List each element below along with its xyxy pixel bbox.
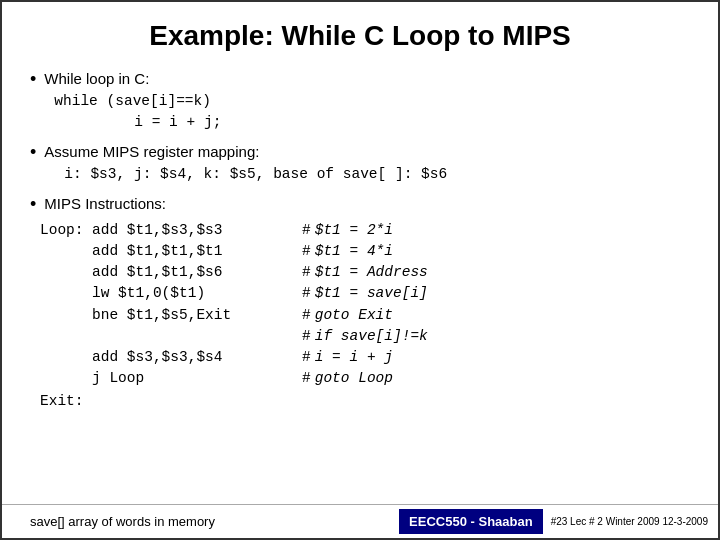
bullet-1: • While loop in C: while (save[i]==k) i … xyxy=(30,68,690,133)
mips-row-7: add $s3,$s3,$s4 # i = i + j xyxy=(40,347,690,368)
mips-comment-2: $t1 = 4*i xyxy=(315,241,393,262)
mips-label-loop: Loop: xyxy=(40,220,92,241)
bullet-2: • Assume MIPS register mapping: i: $s3, … xyxy=(30,141,690,185)
register-mapping: i: $s3, j: $s4, k: $s5, base of save[ ]:… xyxy=(64,164,447,185)
bullet-dot-1: • xyxy=(30,68,36,91)
while-line-1: while (save[i]==k) xyxy=(54,91,221,112)
bullet-3-label: MIPS Instructions: xyxy=(44,195,166,212)
mips-hash-4: # xyxy=(302,283,311,304)
mips-instr-7: add $s3,$s3,$s4 xyxy=(92,347,302,368)
footer-left-text: save[] array of words in memory xyxy=(30,514,215,529)
mips-instr-8: j Loop xyxy=(92,368,302,389)
bullet-3-text: MIPS Instructions: xyxy=(44,193,166,214)
mips-comment-6: if save[i]!=k xyxy=(315,326,428,347)
mips-comment-7: i = i + j xyxy=(315,347,393,368)
bullet-dot-3: • xyxy=(30,193,36,216)
mips-instructions-block: Loop: add $t1,$s3,$s3 # $t1 = 2*i add $t… xyxy=(40,220,690,408)
mips-row-6: # if save[i]!=k xyxy=(40,326,690,347)
while-line-2: i = i + j; xyxy=(134,112,221,133)
mips-instr-3: add $t1,$t1,$s6 xyxy=(92,262,302,283)
mips-row-4: lw $t1,0($t1) # $t1 = save[i] xyxy=(40,283,690,304)
footer-bar: save[] array of words in memory EECC550 … xyxy=(2,504,718,538)
while-code: while (save[i]==k) i = i + j; xyxy=(54,91,221,133)
mips-row-2: add $t1,$t1,$t1 # $t1 = 4*i xyxy=(40,241,690,262)
mips-instr-2: add $t1,$t1,$t1 xyxy=(92,241,302,262)
mips-instr-1: add $t1,$s3,$s3 xyxy=(92,220,302,241)
mips-comment-8: goto Loop xyxy=(315,368,393,389)
mips-row-1: Loop: add $t1,$s3,$s3 # $t1 = 2*i xyxy=(40,220,690,241)
slide: Example: While C Loop to MIPS • While lo… xyxy=(0,0,720,540)
bullet-1-text: While loop in C: while (save[i]==k) i = … xyxy=(44,68,221,133)
exit-label: Exit: xyxy=(40,393,690,409)
mips-row-8: j Loop # goto Loop xyxy=(40,368,690,389)
footer-brand-box: EECC550 - Shaaban xyxy=(399,509,543,534)
mips-instr-4: lw $t1,0($t1) xyxy=(92,283,302,304)
mips-row-5: bne $t1,$s5,Exit # goto Exit xyxy=(40,305,690,326)
mips-comment-1: $t1 = 2*i xyxy=(315,220,393,241)
mips-hash-3: # xyxy=(302,262,311,283)
mips-hash-7: # xyxy=(302,347,311,368)
mips-hash-8: # xyxy=(302,368,311,389)
slide-title: Example: While C Loop to MIPS xyxy=(30,20,690,52)
mips-comment-3: $t1 = Address xyxy=(315,262,428,283)
bullet-1-label: While loop in C: xyxy=(44,70,149,87)
bullet-2-text: Assume MIPS register mapping: i: $s3, j:… xyxy=(44,141,447,185)
mips-hash-6: # xyxy=(302,326,311,347)
footer-sub-text: #23 Lec # 2 Winter 2009 12-3-2009 xyxy=(551,516,708,527)
mips-hash-5: # xyxy=(302,305,311,326)
content-area: • While loop in C: while (save[i]==k) i … xyxy=(30,68,690,409)
mips-instr-5: bne $t1,$s5,Exit xyxy=(92,305,302,326)
footer-right-area: EECC550 - Shaaban #23 Lec # 2 Winter 200… xyxy=(399,509,708,534)
bullet-dot-2: • xyxy=(30,141,36,164)
bullet-3: • MIPS Instructions: xyxy=(30,193,690,216)
mips-hash-1: # xyxy=(302,220,311,241)
mips-row-3: add $t1,$t1,$s6 # $t1 = Address xyxy=(40,262,690,283)
mips-comment-5: goto Exit xyxy=(315,305,393,326)
bullet-2-label: Assume MIPS register mapping: xyxy=(44,143,259,160)
mips-comment-4: $t1 = save[i] xyxy=(315,283,428,304)
mips-hash-2: # xyxy=(302,241,311,262)
